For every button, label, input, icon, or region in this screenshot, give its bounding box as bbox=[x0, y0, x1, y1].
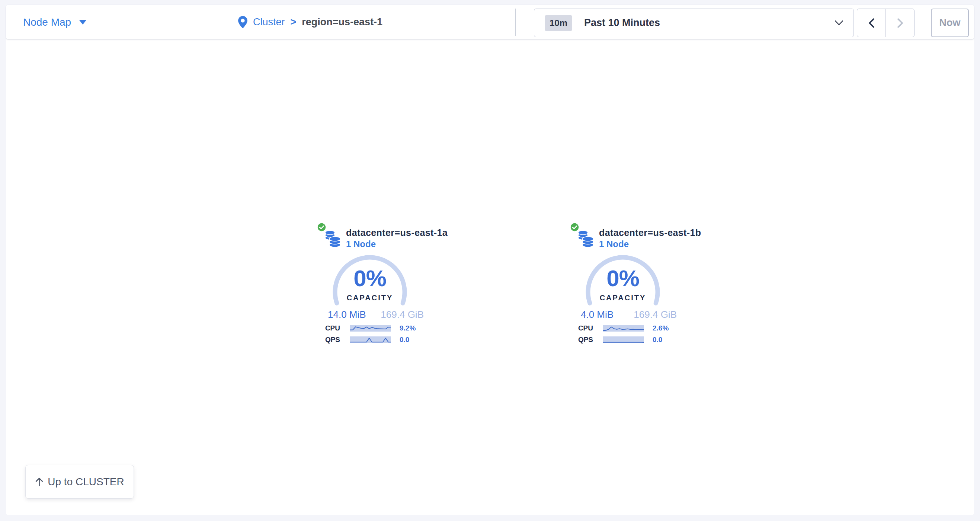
breadcrumb-separator: > bbox=[291, 16, 296, 28]
capacity-values: 4.0 MiB 169.4 GiB bbox=[581, 309, 677, 320]
location-pin-icon bbox=[238, 16, 247, 28]
cpu-sparkline bbox=[603, 325, 644, 331]
datacenter-nodes-link[interactable]: 1 Node bbox=[599, 239, 701, 249]
qps-value: 0.0 bbox=[652, 336, 662, 344]
capacity-total: 169.4 GiB bbox=[634, 309, 677, 320]
cpu-metric-row: CPU 9.2% bbox=[314, 325, 415, 332]
datacenter-card-us-east-1b[interactable]: datacenter=us-east-1b 1 Node 0% CAPACITY… bbox=[541, 223, 705, 344]
qps-sparkline bbox=[350, 336, 391, 343]
node-map-panel: Node Map Cluster > region=us-east-1 10m … bbox=[6, 5, 974, 515]
cpu-sparkline bbox=[350, 325, 391, 331]
breadcrumb: Cluster > region=us-east-1 bbox=[238, 5, 382, 40]
healthy-check-icon bbox=[570, 223, 579, 232]
qps-sparkline bbox=[603, 336, 644, 343]
capacity-label: CAPACITY bbox=[332, 294, 407, 302]
capacity-percent: 0% bbox=[332, 266, 407, 291]
qps-metric-row: QPS 0.0 bbox=[567, 336, 662, 344]
datacenter-nodes-link[interactable]: 1 Node bbox=[346, 239, 448, 249]
qps-label: QPS bbox=[567, 336, 593, 344]
capacity-percent: 0% bbox=[585, 266, 660, 291]
chevron-right-icon bbox=[897, 18, 903, 28]
cpu-metric-row: CPU 2.6% bbox=[567, 325, 668, 332]
arrow-up-icon bbox=[35, 477, 43, 486]
datacenter-icon-wrap bbox=[314, 223, 346, 249]
datacenter-card-header: datacenter=us-east-1b 1 Node bbox=[567, 223, 701, 249]
time-forward-button[interactable] bbox=[886, 9, 914, 37]
breadcrumb-cluster-link[interactable]: Cluster bbox=[253, 16, 285, 28]
capacity-used: 14.0 MiB bbox=[328, 309, 366, 320]
datacenter-title: datacenter=us-east-1b bbox=[599, 227, 701, 238]
qps-value: 0.0 bbox=[399, 336, 409, 344]
cpu-label: CPU bbox=[567, 324, 593, 332]
up-to-cluster-button[interactable]: Up to CLUSTER bbox=[25, 465, 134, 499]
up-to-cluster-label: Up to CLUSTER bbox=[48, 476, 124, 488]
now-button[interactable]: Now bbox=[931, 8, 969, 37]
view-selector-dropdown[interactable]: Node Map bbox=[23, 5, 86, 40]
capacity-label: CAPACITY bbox=[585, 294, 660, 302]
chevron-left-icon bbox=[869, 18, 874, 28]
capacity-gauge: 0% CAPACITY bbox=[585, 255, 660, 307]
time-back-button[interactable] bbox=[857, 9, 886, 37]
caret-down-icon bbox=[79, 20, 86, 25]
datacenter-card-header: datacenter=us-east-1a 1 Node bbox=[314, 223, 448, 249]
datacenter-card-us-east-1a[interactable]: datacenter=us-east-1a 1 Node 0% CAPACITY… bbox=[288, 223, 452, 344]
datacenter-titles: datacenter=us-east-1a 1 Node bbox=[346, 223, 448, 249]
qps-metric-row: QPS 0.0 bbox=[314, 336, 409, 344]
cpu-label: CPU bbox=[314, 324, 340, 332]
page-header: Node Map Cluster > region=us-east-1 10m … bbox=[6, 5, 974, 40]
time-range-badge: 10m bbox=[545, 15, 572, 31]
qps-label: QPS bbox=[314, 336, 340, 344]
capacity-used: 4.0 MiB bbox=[581, 309, 614, 320]
cpu-value: 9.2% bbox=[399, 324, 415, 332]
capacity-gauge: 0% CAPACITY bbox=[332, 255, 407, 307]
datacenter-titles: datacenter=us-east-1b 1 Node bbox=[599, 223, 701, 249]
healthy-check-icon bbox=[317, 223, 326, 232]
cpu-value: 2.6% bbox=[652, 324, 668, 332]
breadcrumb-current: region=us-east-1 bbox=[302, 16, 382, 28]
time-range-select[interactable]: 10m Past 10 Minutes bbox=[534, 8, 854, 37]
capacity-total: 169.4 GiB bbox=[380, 309, 424, 320]
datacenter-title: datacenter=us-east-1a bbox=[346, 227, 448, 238]
time-range-label: Past 10 Minutes bbox=[584, 17, 660, 29]
chevron-down-icon bbox=[835, 21, 843, 25]
datacenter-icon-wrap bbox=[567, 223, 599, 249]
capacity-values: 14.0 MiB 169.4 GiB bbox=[328, 309, 424, 320]
time-nav-group bbox=[857, 8, 915, 37]
view-selector-label: Node Map bbox=[23, 16, 71, 28]
